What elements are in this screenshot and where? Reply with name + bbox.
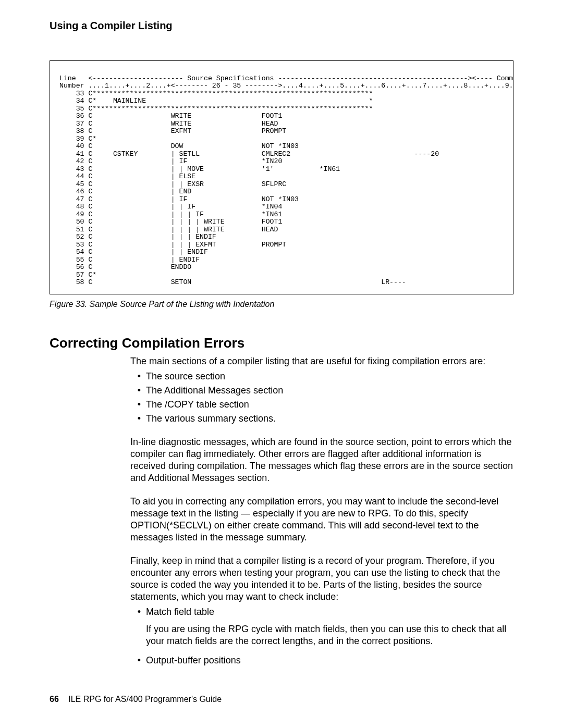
listing-line: 36 C WRITE FOOT1 002300 (59, 112, 513, 120)
listing-line: 58 C SETON LR---- 004600 (59, 278, 513, 286)
listing-line: 35 C************************************… (59, 105, 513, 113)
listing-line: 47 C | IF NOT *IN03 003400 (59, 195, 513, 203)
code-listing-figure: Line <---------------------- Source Spec… (50, 60, 513, 294)
listing-line: 45 C | | EXSR SFLPRC 003200 (59, 180, 513, 188)
list-item: The source section (146, 371, 513, 382)
listing-line: 39 C* 002600 (59, 135, 513, 143)
list-item: Output-buffer positions (146, 655, 513, 667)
check-parts-list: Match field table If you are using the R… (130, 606, 513, 667)
list-item: The Additional Messages section (146, 385, 513, 397)
book-title: ILE RPG for AS/400 Programmer's Guide (68, 695, 222, 704)
listing-line: 49 C | | | IF *IN61 003600 (59, 211, 513, 218)
running-head: Using a Compiler Listing (50, 20, 513, 32)
listing-line: 50 C | | | | WRITE FOOT1 003700 (59, 218, 513, 226)
list-item: The /COPY table section (146, 399, 513, 411)
list-item-description: If you are using the RPG cycle with matc… (146, 623, 513, 647)
listing-line: 41 C CSTKEY | SETLL CMLREC2 ----20 00280… (59, 150, 513, 158)
listing-line: 55 C | ENDIF 004200 (59, 256, 513, 264)
listing-line: 40 C DOW NOT *IN03 002700 (59, 142, 513, 150)
listing-line: 44 C | ELSE 003100 (59, 172, 513, 180)
body-column: The main sections of a compiler listing … (130, 355, 513, 667)
list-item: Match field table If you are using the R… (146, 606, 513, 647)
listing-line: 53 C | | | EXFMT PROMPT 004000 (59, 241, 513, 249)
paragraph: The main sections of a compiler listing … (130, 355, 513, 367)
listing-line: 56 C ENDDO 004300 (59, 263, 513, 271)
listing-line: 57 C* 004500 (59, 271, 513, 279)
listing-line: 46 C | END 003300 (59, 188, 513, 195)
paragraph: In-line diagnostic messages, which are f… (130, 436, 513, 484)
listing-line: 37 C WRITE HEAD 002400 (59, 120, 513, 128)
page: Using a Compiler Listing Line <---------… (0, 0, 563, 728)
listing-line: 33 C************************************… (59, 90, 513, 97)
listing-line: 34 C* MAINLINE * 002100 (59, 97, 513, 105)
listing-line: Number ....1....+....2....+<-------- 26 … (59, 82, 513, 90)
list-item-label: Match field table (146, 607, 214, 617)
list-item: The various summary sections. (146, 413, 513, 425)
listing-line: 42 C | IF *IN20 002900 (59, 157, 513, 165)
paragraph: To aid you in correcting any compilation… (130, 496, 513, 544)
listing-line: 48 C | | IF *IN04 003500 (59, 203, 513, 211)
listing-line: 54 C | | ENDIF 004100 (59, 248, 513, 256)
figure-caption: Figure 33. Sample Source Part of the Lis… (50, 300, 513, 309)
listing-line: 43 C | | MOVE '1' *IN61 003000 (59, 165, 513, 173)
listing-line: 38 C EXFMT PROMPT 002500 (59, 127, 513, 135)
paragraph: Finally, keep in mind that a compiler li… (130, 555, 513, 603)
page-number: 66 (50, 695, 59, 704)
section-heading-correcting-errors: Correcting Compilation Errors (50, 335, 513, 351)
listing-line: 51 C | | | | WRITE HEAD 003800 (59, 226, 513, 233)
page-footer: 66 ILE RPG for AS/400 Programmer's Guide (50, 695, 222, 704)
listing-line: 52 C | | | ENDIF 003900 (59, 233, 513, 241)
useful-sections-list: The source section The Additional Messag… (130, 371, 513, 425)
listing-line: Line <---------------------- Source Spec… (59, 75, 513, 82)
